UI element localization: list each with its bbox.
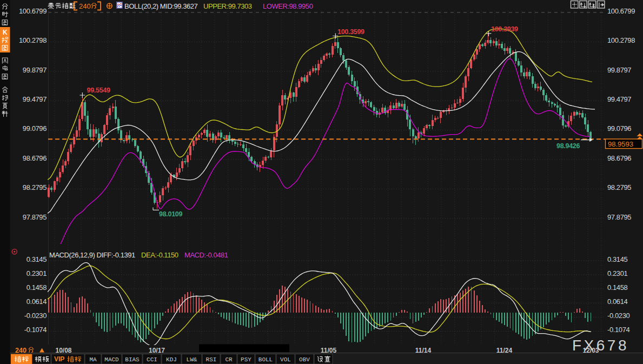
svg-text:98.9593: 98.9593 bbox=[608, 140, 633, 148]
svg-text:100.6799: 100.6799 bbox=[607, 7, 635, 15]
svg-text:97.8795: 97.8795 bbox=[607, 213, 631, 221]
svg-text:OBV: OBV bbox=[299, 356, 310, 363]
svg-text:100.2798: 100.2798 bbox=[19, 36, 47, 44]
svg-text:98.2795: 98.2795 bbox=[607, 183, 631, 191]
svg-text:LOWER:98.9950: LOWER:98.9950 bbox=[263, 2, 313, 10]
svg-text:98.0109: 98.0109 bbox=[159, 210, 182, 218]
svg-text:LW&: LW& bbox=[187, 356, 197, 363]
svg-text:100.3599: 100.3599 bbox=[337, 28, 364, 36]
svg-text:99.5549: 99.5549 bbox=[87, 87, 110, 94]
svg-text:PSY: PSY bbox=[241, 356, 251, 363]
svg-text:0.2301: 0.2301 bbox=[607, 269, 628, 277]
svg-text:MACD:-0.0481: MACD:-0.0481 bbox=[184, 251, 228, 259]
svg-text:-0.1074: -0.1074 bbox=[24, 326, 47, 334]
svg-text:99.4797: 99.4797 bbox=[23, 95, 47, 103]
svg-text:98.2795: 98.2795 bbox=[23, 183, 47, 191]
svg-text:0.1458: 0.1458 bbox=[26, 283, 47, 292]
svg-text:K: K bbox=[3, 29, 8, 36]
svg-text:99.8797: 99.8797 bbox=[607, 66, 631, 74]
svg-text:DEA:-0.1150: DEA:-0.1150 bbox=[141, 251, 178, 259]
svg-text:99.8797: 99.8797 bbox=[23, 66, 47, 74]
svg-text:98.9426: 98.9426 bbox=[556, 142, 580, 150]
svg-text:-0.1074: -0.1074 bbox=[607, 326, 629, 334]
svg-text:100.2798: 100.2798 bbox=[607, 36, 635, 44]
svg-text:-0.0230: -0.0230 bbox=[607, 312, 629, 320]
svg-text:100.6799: 100.6799 bbox=[19, 7, 47, 15]
svg-text:BIAS: BIAS bbox=[125, 356, 140, 363]
svg-text:CR: CR bbox=[225, 356, 233, 363]
svg-text:0.3145: 0.3145 bbox=[607, 255, 628, 263]
svg-text:99.0796: 99.0796 bbox=[607, 124, 631, 133]
svg-text:UPPER:99.7303: UPPER:99.7303 bbox=[203, 2, 252, 10]
svg-text:0.2301: 0.2301 bbox=[26, 269, 47, 277]
svg-text:100.3939: 100.3939 bbox=[491, 25, 518, 33]
svg-text:0.0614: 0.0614 bbox=[26, 297, 47, 306]
svg-text:KDJ: KDJ bbox=[166, 356, 177, 363]
svg-text:0.3145: 0.3145 bbox=[26, 255, 47, 263]
svg-text:BOLL: BOLL bbox=[258, 356, 273, 363]
svg-text:0.0614: 0.0614 bbox=[607, 297, 628, 306]
svg-text:MA: MA bbox=[89, 356, 97, 363]
svg-text:MACD(26,12,9) DIFF:-0.1391: MACD(26,12,9) DIFF:-0.1391 bbox=[49, 251, 135, 259]
svg-text:240: 240 bbox=[79, 2, 91, 10]
svg-text:98.6796: 98.6796 bbox=[607, 154, 631, 162]
svg-text:BOLL(20,2) MID:99.3627: BOLL(20,2) MID:99.3627 bbox=[124, 2, 198, 10]
svg-text:98.6796: 98.6796 bbox=[23, 154, 47, 162]
svg-text:99.4797: 99.4797 bbox=[607, 95, 631, 103]
svg-text:0.1458: 0.1458 bbox=[607, 283, 628, 292]
svg-text:VIP: VIP bbox=[54, 355, 64, 363]
svg-text:MACD: MACD bbox=[104, 356, 119, 363]
svg-text:99.0796: 99.0796 bbox=[23, 124, 47, 133]
svg-text:97.8795: 97.8795 bbox=[23, 213, 47, 221]
svg-text:VOL: VOL bbox=[280, 356, 291, 363]
svg-text:CCI: CCI bbox=[147, 356, 157, 363]
svg-text:-0.0230: -0.0230 bbox=[24, 312, 47, 320]
svg-text:FX678: FX678 bbox=[572, 337, 629, 354]
svg-text:RSI: RSI bbox=[206, 356, 217, 363]
